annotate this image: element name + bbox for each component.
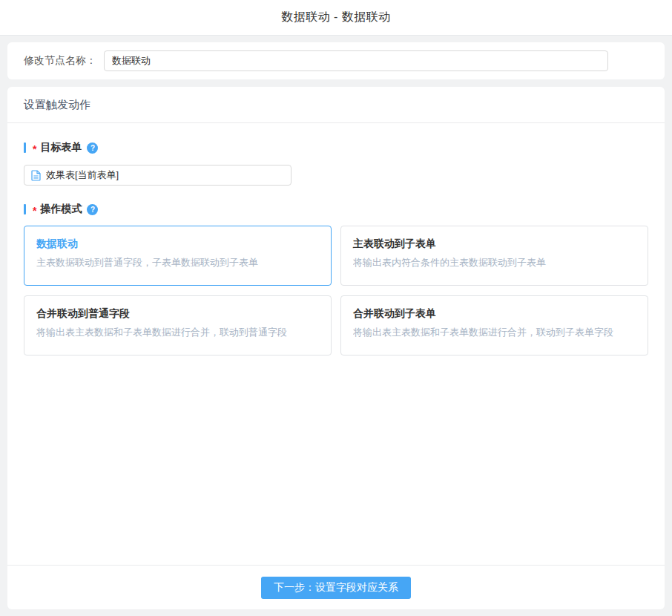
mode-card-title: 数据联动: [36, 236, 319, 251]
section-header: 设置触发动作: [7, 87, 665, 123]
dialog-header: 数据联动 - 数据联动: [0, 0, 672, 36]
panel-footer: 下一步：设置字段对应关系: [7, 565, 665, 609]
page-title: 数据联动 - 数据联动: [281, 10, 391, 25]
form-document-icon: [31, 170, 41, 181]
node-name-panel: 修改节点名称：: [7, 42, 665, 79]
mode-card-title: 合并联动到子表单: [353, 306, 636, 321]
mode-card-description: 将输出表主表数据和子表单数据进行合并，联动到普通字段: [36, 326, 319, 339]
target-form-select[interactable]: 效果表[当前表单]: [24, 165, 291, 186]
node-name-input[interactable]: [104, 50, 608, 71]
target-form-label: 目标表单: [40, 141, 82, 154]
mode-card-description: 将输出表内符合条件的主表数据联动到子表单: [353, 256, 636, 269]
mode-card-merge-to-field[interactable]: 合并联动到普通字段 将输出表主表数据和子表单数据进行合并，联动到普通字段: [24, 295, 332, 355]
help-icon[interactable]: ?: [87, 142, 98, 154]
mode-card-title: 合并联动到普通字段: [36, 306, 319, 321]
target-form-value: 效果表[当前表单]: [46, 168, 119, 182]
mode-card-description: 主表数据联动到普通字段，子表单数据联动到子表单: [36, 256, 319, 269]
help-icon[interactable]: ?: [87, 204, 98, 215]
next-step-button[interactable]: 下一步：设置字段对应关系: [261, 577, 411, 599]
mode-card-main-to-subform[interactable]: 主表联动到子表单 将输出表内符合条件的主表数据联动到子表单: [340, 226, 648, 286]
operation-mode-label: 操作模式: [40, 203, 82, 216]
target-form-label-row: * 目标表单 ?: [24, 141, 648, 154]
mode-card-merge-to-subform[interactable]: 合并联动到子表单 将输出表主表数据和子表单数据进行合并，联动到子表单字段: [340, 295, 648, 355]
field-accent-bar: [24, 142, 26, 153]
required-asterisk: *: [33, 143, 36, 155]
section-body: * 目标表单 ? 效果表[当前表单] * 操作模式 ? 数据联动: [7, 123, 665, 565]
operation-mode-grid: 数据联动 主表数据联动到普通字段，子表单数据联动到子表单 主表联动到子表单 将输…: [24, 226, 648, 355]
mode-card-data-linkage[interactable]: 数据联动 主表数据联动到普通字段，子表单数据联动到子表单: [24, 226, 332, 286]
field-accent-bar: [24, 204, 26, 214]
section-title: 设置触发动作: [24, 98, 90, 112]
node-name-label: 修改节点名称：: [24, 54, 96, 68]
mode-card-description: 将输出表主表数据和子表单数据进行合并，联动到子表单字段: [353, 326, 636, 339]
required-asterisk: *: [33, 205, 36, 217]
trigger-action-panel: 设置触发动作 * 目标表单 ? 效果表[当前表单] * 操作模式 ?: [7, 87, 665, 609]
mode-card-title: 主表联动到子表单: [353, 236, 636, 251]
operation-mode-label-row: * 操作模式 ?: [24, 203, 648, 216]
